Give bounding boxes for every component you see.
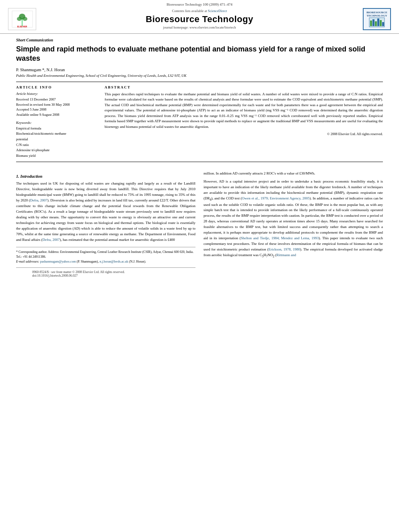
svg-rect-9 [375,21,377,26]
article-history: Article history: Received 13 December 20… [16,92,97,117]
history-revised: Received in revised form 30 May 2008 [16,102,97,107]
keywords-title: Keywords: [16,121,97,125]
history-online: Available online 9 August 2008 [16,112,97,117]
br-logo-title: BIORESOURCETECHNOLOGY [366,11,387,18]
article-type: Short Communication [16,38,383,42]
footer-issn: 0960-8524/$ - see front matter © 2008 El… [32,270,179,274]
svg-rect-10 [377,18,379,26]
footer-bar: 0960-8524/$ - see front matter © 2008 El… [16,267,195,280]
svg-point-3 [17,17,22,21]
intro-para-1: The techniques used in UK for disposing … [16,181,195,242]
footnote-email: E-mail addresses: pashanmugam@yahoo.com … [16,259,195,264]
right-para-1: million. In addition AD currently attrac… [204,171,383,177]
journal-meta-row: ELSEVIER Contents lists available at Sci… [8,8,391,30]
left-col: 1. Introduction The techniques used in U… [16,171,195,279]
abstract-label: ABSTRACT [105,85,383,89]
keyword-4: Adenosine tri-phosphate [16,148,97,153]
authors: P. Shanmugam *, N.J. Horan [16,68,383,72]
article-title: Simple and rapid methods to evaluate met… [16,45,383,64]
keyword-5: Biomass yield [16,153,97,159]
keywords-section: Keywords: Empirical formula Biochemical/… [16,121,97,159]
journal-homepage: journal homepage: www.elsevier.com/locat… [40,25,359,29]
right-col: million. In addition AD currently attrac… [204,171,383,279]
keyword-2: Biochemical/stoichiometric methane [16,131,97,137]
article-body: Short Communication Simple and rapid met… [0,34,399,171]
footer-doi: doi:10.1016/j.biortech.2008.06.027 [32,274,179,277]
main-content: 1. Introduction The techniques used in U… [0,171,399,279]
affiliation: Public Health and Environmental Engineer… [16,74,383,78]
history-accepted: Accepted 5 June 2008 [16,107,97,112]
footnote-section: * Corresponding author. Address: Environ… [16,247,195,264]
svg-rect-11 [380,20,382,26]
right-para-2: However, AD is a capital intensive proje… [204,179,383,259]
elsevier-logo: ELSEVIER [8,8,36,30]
contents-line: Contents lists available at ScienceDirec… [40,9,359,13]
footnote-corresponding: * Corresponding author. Address: Environ… [16,250,195,259]
history-received: Received 13 December 2007 [16,97,97,102]
article-info-abstract-section: ARTICLE INFO Article history: Received 1… [16,82,383,162]
svg-rect-8 [372,19,374,26]
keyword-2b: potential [16,137,97,142]
journal-title: Bioresource Technology [40,14,359,25]
introduction-heading: 1. Introduction [16,174,195,179]
br-logo-svg [369,17,385,27]
journal-ref: Bioresource Technology 100 (2009) 471–47… [8,2,391,6]
article-info-label: ARTICLE INFO [16,85,97,89]
keyword-3: C/N ratio [16,142,97,148]
abstract-col: ABSTRACT This paper describes rapid tech… [105,85,383,159]
journal-center: Contents lists available at ScienceDirec… [40,9,359,29]
svg-text:ELSEVIER: ELSEVIER [17,25,27,28]
history-title: Article history: [16,92,97,96]
svg-point-4 [23,17,27,21]
copyright-line: © 2008 Elsevier Ltd. All rights reserved… [105,132,383,136]
abstract-text: This paper describes rapid techniques to… [105,92,383,130]
svg-rect-12 [382,22,384,26]
elsevier-logo-svg: ELSEVIER [11,10,33,28]
page: Bioresource Technology 100 (2009) 471–47… [0,0,399,532]
sciencedirect-link[interactable]: ScienceDirect [208,9,227,13]
keyword-1: Empirical formula [16,126,97,131]
journal-header: Bioresource Technology 100 (2009) 471–47… [0,0,399,34]
svg-rect-7 [370,21,372,26]
article-info-col: ARTICLE INFO Article history: Received 1… [16,85,97,159]
bioresource-logo-box: BIORESOURCETECHNOLOGY [363,8,391,30]
